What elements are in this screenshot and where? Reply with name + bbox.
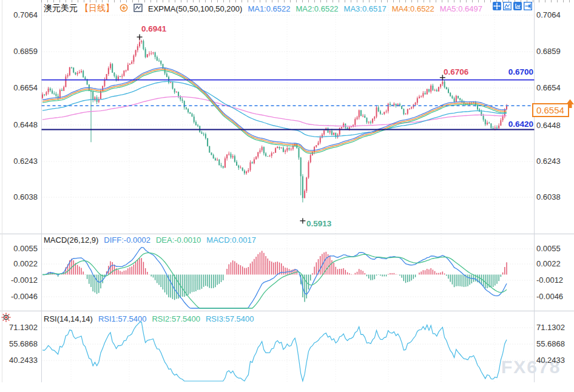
macd-axis-label: 0.0022 <box>536 259 573 269</box>
ma2-value: MA2:0.6522 <box>296 4 339 13</box>
macd-axis-label: -0.0012 <box>0 275 38 285</box>
macd-header: MACD(26,12,9) DIFF:-0.0002 DEA:-0.0010 M… <box>44 235 256 245</box>
line-chart-icon[interactable] <box>503 2 512 10</box>
period-label[interactable]: 【日线】 <box>80 3 114 14</box>
price-axis-label: 0.6859 <box>536 47 573 56</box>
price-axis-label: 0.6654 <box>536 83 573 93</box>
crosshair-pan-icon[interactable] <box>493 2 501 10</box>
ma1-value: MA1:0.6522 <box>248 4 290 13</box>
macd-axis-label: 0.0055 <box>536 244 573 254</box>
chart-style-icon[interactable] <box>133 4 143 14</box>
macd-dea-value: DEA:-0.0010 <box>156 235 201 245</box>
macd-axis-label: -0.0046 <box>0 292 38 302</box>
price-axis-label: 0.6243 <box>0 157 38 166</box>
rsi2-value: RSI2:57.5400 <box>152 314 200 323</box>
rsi-label[interactable]: RSI(14,14,14) <box>44 314 93 323</box>
bar-axis-icon[interactable] <box>513 2 522 10</box>
add-overlay-icon[interactable] <box>120 4 128 14</box>
chart-toolbar <box>493 2 532 10</box>
rsi3-value: RSI3:57.5400 <box>206 314 254 323</box>
swing-high-annotation: 0.6706 <box>444 68 468 76</box>
low-price-annotation: 0.5913 <box>306 220 331 228</box>
rsi-axis-label: 40.2433 <box>0 356 38 365</box>
rsi-axis-label: 55.6868 <box>0 339 38 349</box>
price-axis-label: 0.6654 <box>0 83 38 93</box>
macd-hist-value: MACD:0.0017 <box>206 235 256 245</box>
chart-window: FX678 澳元美元 【日线】 EXPMA(50,50,100,50,200) … <box>0 0 574 392</box>
rsi-axis-label: 71.1302 <box>536 323 573 333</box>
symbol-title: 澳元美元 <box>44 3 78 14</box>
price-axis-label: 0.7064 <box>0 10 38 20</box>
chart-plot-area[interactable] <box>0 0 574 392</box>
support-level-label: 0.6420 <box>505 120 533 129</box>
rsi1-value: RSI1:57.5400 <box>98 314 147 323</box>
price-axis-label: 0.6038 <box>0 192 38 202</box>
current-price-badge: 0.6554 <box>532 103 569 117</box>
high-price-annotation: 0.6941 <box>141 25 166 33</box>
rsi-axis-label: 71.1302 <box>0 323 38 333</box>
ma4-value: MA4:0.6522 <box>392 4 434 13</box>
macd-axis-label: -0.0012 <box>536 275 573 285</box>
expma-label[interactable]: EXPMA(50,50,100,50,200) <box>148 4 242 13</box>
macd-diff-value: DIFF:-0.0002 <box>104 235 150 245</box>
main-chart-header: 澳元美元 【日线】 EXPMA(50,50,100,50,200) MA1:0.… <box>44 3 482 14</box>
price-axis-label: 0.6859 <box>0 47 38 56</box>
macd-label[interactable]: MACD(26,12,9) <box>44 235 98 245</box>
price-axis-label: 0.6448 <box>536 121 573 130</box>
price-axis-label: 0.7064 <box>536 10 573 20</box>
rsi-axis-label: 40.2433 <box>536 356 573 365</box>
exit-chart-icon[interactable] <box>524 2 532 10</box>
price-axis-label: 0.6448 <box>0 120 38 130</box>
rsi-axis-label: 55.6868 <box>536 339 573 349</box>
ma5-value: MA5:0.6497 <box>440 4 482 13</box>
price-axis-label: 0.6243 <box>536 157 573 166</box>
macd-axis-label: 0.0055 <box>0 244 38 254</box>
ma3-value: MA3:0.6517 <box>344 4 387 13</box>
time-axis-bar: 日线 ▲ 2024/07 2024/09 2024/11 2025/01 202… <box>0 382 574 392</box>
rsi-header: RSI(14,14,14) RSI1:57.5400 RSI2:57.5400 … <box>44 314 254 323</box>
price-axis-label: 0.6038 <box>536 192 573 202</box>
resistance-level-label: 0.6700 <box>505 68 533 76</box>
macd-axis-label: 0.0022 <box>0 259 38 269</box>
macd-axis-label: -0.0046 <box>536 292 573 302</box>
